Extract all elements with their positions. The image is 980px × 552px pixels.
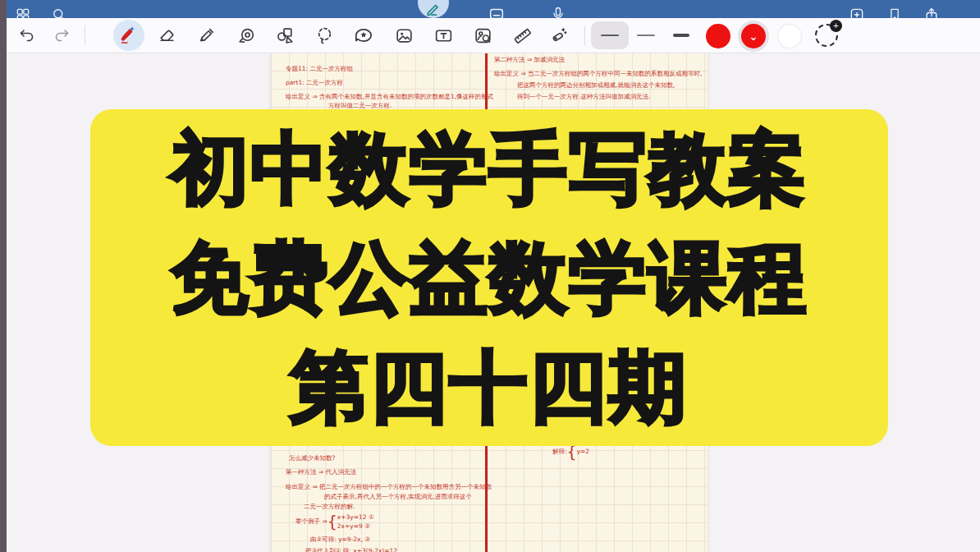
brace-glyph: {	[327, 518, 337, 526]
sticker-icon	[353, 25, 374, 46]
add-page-icon	[849, 7, 865, 18]
handwritten-note: 把③代入到①,得: x+3(9-2x)=12	[305, 547, 397, 552]
lasso-tool-button[interactable]	[308, 18, 341, 53]
handwritten-note: 得到一个一元一次方程.这种方法叫做加减消元法.	[517, 93, 650, 101]
screen-edge-strip	[0, 0, 7, 552]
add-color-button[interactable]: +	[815, 24, 838, 47]
thickness-option-1[interactable]	[591, 21, 629, 49]
handwritten-note: 第一种方法 ⇒ 代入消元法	[286, 468, 356, 476]
share-button[interactable]	[915, 0, 948, 18]
search-button[interactable]	[43, 0, 76, 18]
shapes-tool-button[interactable]	[268, 18, 301, 53]
tape-icon	[236, 25, 257, 46]
image-icon	[394, 25, 414, 46]
handwritten-note: 给出定义 ⇒ 含有两个未知数,并且含有未知数的项的次数都是1,像这样的整式	[286, 93, 493, 101]
equation-label: 举个例子 ⇒	[295, 518, 327, 526]
highlighter-tool-button[interactable]	[190, 18, 222, 53]
plus-icon: +	[830, 20, 842, 32]
pen-tool-button[interactable]	[111, 18, 144, 53]
image-tool-button[interactable]	[387, 18, 420, 53]
highlighter-icon	[196, 25, 217, 46]
ruler-tool-button[interactable]	[506, 18, 538, 53]
equation-system: 举个例子 ⇒ { x+3y=12 ① 2x+y=9 ②	[295, 513, 374, 531]
color-swatch-selected[interactable]: ⌄	[741, 24, 766, 48]
banner-line-1: 初中数学手写教案	[171, 114, 808, 223]
navigation-bar	[0, 0, 980, 18]
tape-tool-button[interactable]	[230, 18, 263, 53]
handwritten-note: 怎么减少未知数?	[289, 454, 335, 462]
laser-pointer-tool-button[interactable]	[541, 18, 574, 53]
banner-line-3: 第四十四期	[291, 333, 689, 442]
grid-icon	[15, 7, 31, 18]
pen-icon	[117, 25, 138, 46]
redo-icon	[52, 25, 71, 45]
tools-toolbar: ⌄ +	[0, 18, 980, 53]
handwritten-note: 第二种方法 ⇒ 加减消元法	[494, 56, 565, 64]
chevron-down-icon: ⌄	[741, 24, 766, 48]
redo-button[interactable]	[45, 18, 78, 53]
sticker-tool-button[interactable]	[347, 18, 380, 53]
add-page-button[interactable]	[840, 0, 873, 18]
presenter-button[interactable]	[480, 0, 513, 18]
handwritten-note: 由②可得: y=9-2x, ③	[310, 536, 370, 544]
title-banner: 初中数学手写教案 免费公益数学课程 第四十四期	[90, 109, 888, 446]
handwritten-note: 的式子表示,再代入另一个方程,实现消元,进而求得这个	[324, 493, 472, 501]
bookmark-icon	[886, 7, 903, 18]
lasso-icon	[314, 25, 335, 46]
text-tool-button[interactable]	[427, 18, 460, 53]
thickness-option-2[interactable]	[630, 21, 662, 49]
bookmark-button[interactable]	[878, 0, 911, 18]
presenter-icon	[488, 5, 506, 18]
search-icon	[51, 7, 67, 18]
pen-mode-toggle[interactable]	[418, 0, 449, 18]
solution-label: 解得:	[552, 448, 567, 456]
equation-line: 2x+y=9 ②	[337, 522, 374, 531]
share-export-icon	[923, 7, 940, 18]
eraser-tool-button[interactable]	[150, 18, 183, 53]
handwritten-note: part1: 二元一次方程	[286, 79, 343, 87]
solution-value: y=2	[577, 448, 590, 456]
color-swatch-red[interactable]	[706, 24, 730, 48]
image-search-icon	[473, 25, 493, 46]
thickness-option-3[interactable]	[665, 21, 698, 49]
document-canvas[interactable]: 专题11: 二元一次方程组 part1: 二元一次方程 给出定义 ⇒ 含有两个未…	[0, 53, 980, 552]
color-swatch-white[interactable]	[777, 24, 802, 48]
notes-app-window: ⌄ + 专题11: 二元一次方程组 part1: 二元一次方程 给出定义 ⇒ 含…	[0, 0, 980, 552]
handwritten-note: 把这两个方程的两边分别相加或相减,就能消去这个未知数,	[517, 81, 675, 90]
ruler-icon	[512, 25, 533, 46]
eraser-icon	[157, 25, 177, 46]
microphone-button[interactable]	[542, 0, 575, 18]
text-icon	[433, 25, 454, 46]
handwritten-note: 给出定义 ⇒ 当二元一次方程组的两个方程中同一未知数的系数相反或相等时,	[494, 70, 702, 78]
handwritten-note: 二元一次方程的解.	[304, 503, 355, 511]
toolbar-divider	[85, 25, 85, 45]
undo-button[interactable]	[11, 18, 44, 53]
brace-glyph: {	[567, 448, 577, 456]
pencil-icon	[424, 0, 442, 18]
microphone-icon	[550, 5, 566, 18]
grid-view-button[interactable]	[7, 0, 39, 18]
image-search-tool-button[interactable]	[466, 18, 499, 53]
banner-line-2: 免费公益数学课程	[171, 223, 808, 333]
equation-line: x+3y=12 ①	[337, 513, 374, 522]
handwritten-note: 给出定义 ⇒ 把二元一次方程组中的一个方程的一个未知数用含另一个未知数	[286, 483, 492, 491]
handwritten-note: 专题11: 二元一次方程组	[286, 65, 353, 73]
toolbar-divider	[584, 25, 585, 45]
solution-note: 解得: { y=2	[552, 448, 589, 456]
laser-pointer-icon	[547, 25, 568, 46]
shapes-icon	[275, 25, 295, 46]
undo-icon	[17, 25, 37, 45]
